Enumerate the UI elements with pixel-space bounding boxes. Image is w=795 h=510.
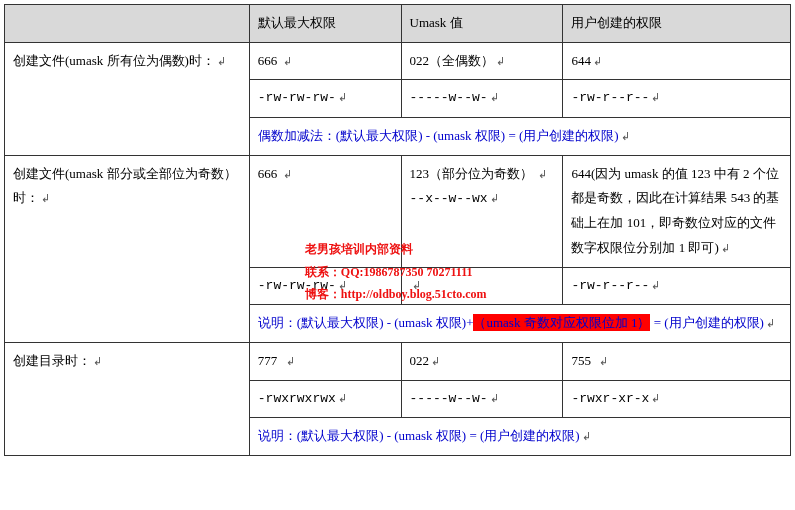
watermark-line3: 博客：http://oldboy.blog.51cto.com (305, 283, 487, 306)
row1-maxperm: 666 ↲ (249, 42, 401, 80)
row2-note: 说明：(默认最大权限) - (umask 权限)+（umask 奇数对应权限位加… (249, 305, 790, 343)
row3-umask: 022↲ (401, 342, 563, 380)
row1-umask: 022（全偶数）↲ (401, 42, 563, 80)
row1-umasksym: -----w--w-↲ (401, 80, 563, 118)
row3-usersym: -rwxr-xr-x↲ (563, 380, 791, 418)
table-row: 创建文件(umask 所有位为偶数)时：↲ 666 ↲ 022（全偶数）↲ 64… (5, 42, 791, 80)
row1-usersym: -rw-r--r--↲ (563, 80, 791, 118)
header-row: 默认最大权限 Umask 值 用户创建的权限 (5, 5, 791, 43)
row3-label: 创建目录时：↲ (5, 342, 250, 455)
header-blank (5, 5, 250, 43)
row2-usersym: -rw-r--r--↲ (563, 267, 791, 305)
header-umask: Umask 值 (401, 5, 563, 43)
row2-maxperm: 666 ↲ 老男孩培训内部资料 联系：QQ:1986787350 7027111… (249, 155, 401, 267)
row1-label: 创建文件(umask 所有位为偶数)时：↲ (5, 42, 250, 155)
row2-label: 创建文件(umask 部分或全部位为奇数）时：↲ (5, 155, 250, 342)
row3-note: 说明：(默认最大权限) - (umask 权限) = (用户创建的权限)↲ (249, 418, 790, 456)
watermark-line2: 联系：QQ:1986787350 70271111 (305, 261, 487, 284)
watermark-line1: 老男孩培训内部资料 (305, 238, 487, 261)
header-maxperm: 默认最大权限 (249, 5, 401, 43)
header-userperm: 用户创建的权限 (563, 5, 791, 43)
row1-maxsym: -rw-rw-rw-↲ (249, 80, 401, 118)
row3-maxperm: 777 ↲ (249, 342, 401, 380)
row1-userperm: 644↲ (563, 42, 791, 80)
table-row: 创建目录时：↲ 777 ↲ 022↲ 755 ↲ (5, 342, 791, 380)
row2-userperm: 644(因为 umask 的值 123 中有 2 个位都是奇数，因此在计算结果 … (563, 155, 791, 267)
row3-maxsym: -rwxrwxrwx↲ (249, 380, 401, 418)
table-row: 创建文件(umask 部分或全部位为奇数）时：↲ 666 ↲ 老男孩培训内部资料… (5, 155, 791, 267)
row1-note: 偶数加减法：(默认最大权限) - (umask 权限) = (用户创建的权限)↲ (249, 118, 790, 156)
row3-umasksym: -----w--w-↲ (401, 380, 563, 418)
permissions-table: 默认最大权限 Umask 值 用户创建的权限 创建文件(umask 所有位为偶数… (4, 4, 791, 456)
row3-userperm: 755 ↲ (563, 342, 791, 380)
